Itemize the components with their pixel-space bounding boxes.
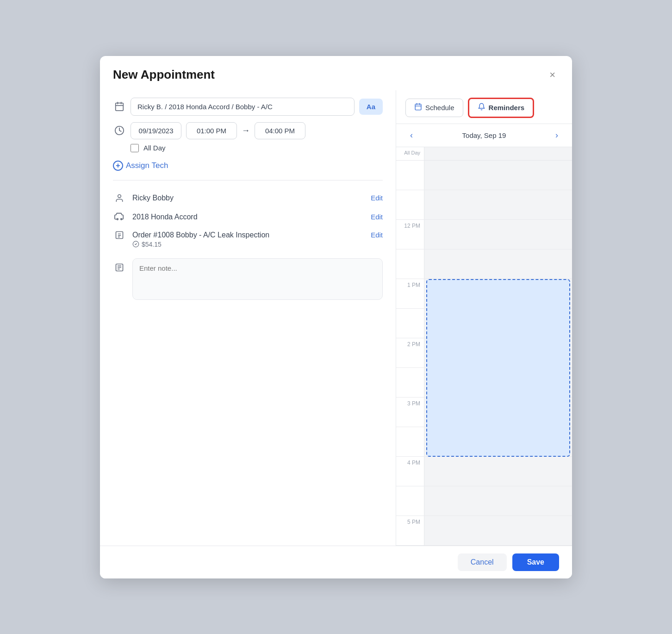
label-2pm: 2 PM — [396, 338, 424, 367]
label-4pm: 4 PM — [396, 457, 424, 486]
customer-info-left: Ricky Bobby — [113, 193, 174, 203]
reminders-tab[interactable]: Reminders — [468, 98, 535, 118]
close-button[interactable]: × — [546, 67, 559, 83]
appointment-block — [426, 279, 570, 457]
order-label: Order #1008 Bobby - A/C Leak Inspection — [132, 231, 269, 239]
time-slot-12pm: 12 PM — [396, 220, 572, 249]
right-panel: Schedule Reminders ‹ Today, Sep 19 — [396, 90, 572, 546]
time-row: 09/19/2023 01:00 PM → 04:00 PM — [113, 122, 383, 139]
modal-title: New Appointment — [113, 68, 215, 82]
customer-row: Ricky Bobby Edit — [113, 189, 383, 207]
person-icon — [113, 193, 126, 203]
label-12pm: 12 PM — [396, 220, 424, 249]
schedule-tab-icon — [414, 103, 422, 113]
start-time-field[interactable]: 01:00 PM — [186, 122, 237, 139]
allday-grid-row: All Day — [396, 147, 572, 161]
vehicle-name: 2018 Honda Accord — [132, 213, 198, 221]
allday-cell — [424, 147, 572, 160]
calendar-grid: All Day — [396, 147, 572, 546]
time-slot-11am — [396, 161, 572, 190]
time-slot-11am-half — [396, 190, 572, 220]
assign-tech-row: + Assign Tech — [113, 161, 383, 171]
left-panel: Aa 09/19/2023 01:00 PM → 04:00 PM — [100, 90, 396, 546]
allday-time-label: All Day — [396, 147, 424, 160]
modal-header: New Appointment × — [100, 56, 572, 90]
modal: New Appointment × Aa — [100, 56, 572, 578]
assign-plus-icon: + — [113, 161, 123, 171]
allday-label: All Day — [143, 144, 166, 152]
schedule-tab[interactable]: Schedule — [405, 99, 463, 117]
allday-row: All Day — [131, 144, 383, 152]
end-time-field[interactable]: 04:00 PM — [255, 122, 305, 139]
allday-checkbox[interactable] — [131, 144, 139, 152]
assign-tech-label: Assign Tech — [126, 161, 168, 170]
prev-day-button[interactable]: ‹ — [405, 129, 417, 142]
time-arrow: → — [242, 126, 250, 136]
aa-button[interactable]: Aa — [359, 99, 383, 115]
vehicle-edit-button[interactable]: Edit — [371, 213, 383, 221]
check-circle-icon — [132, 241, 139, 248]
note-textarea[interactable] — [132, 258, 383, 300]
svg-rect-17 — [415, 104, 421, 110]
vehicle-info-left: 2018 Honda Accord — [113, 212, 198, 222]
svg-rect-0 — [116, 103, 124, 111]
schedule-tab-label: Schedule — [425, 104, 454, 112]
appointment-field-row: Aa — [113, 98, 383, 116]
order-edit-button[interactable]: Edit — [371, 231, 383, 239]
order-info-left: Order #1008 Bobby - A/C Leak Inspection — [113, 230, 269, 240]
time-slot-1pm: 1 PM — [396, 279, 572, 309]
reminders-tab-label: Reminders — [489, 104, 525, 112]
note-icon — [113, 263, 126, 272]
save-button[interactable]: Save — [512, 553, 559, 571]
svg-point-5 — [118, 194, 121, 198]
svg-point-6 — [117, 218, 118, 220]
date-field[interactable]: 09/19/2023 — [131, 122, 181, 139]
reminders-tab-icon — [478, 103, 485, 113]
label-1pm: 1 PM — [396, 279, 424, 308]
appointment-input[interactable] — [131, 98, 355, 116]
calendar-date-label: Today, Sep 19 — [462, 131, 506, 139]
cancel-button[interactable]: Cancel — [458, 553, 507, 571]
order-price: $54.15 — [142, 241, 162, 248]
order-row: Order #1008 Bobby - A/C Leak Inspection … — [113, 227, 383, 252]
label-5pm: 5 PM — [396, 516, 424, 545]
label-3pm: 3 PM — [396, 398, 424, 427]
order-row-top: Order #1008 Bobby - A/C Leak Inspection … — [113, 230, 383, 240]
note-row — [113, 258, 383, 300]
clock-icon — [113, 125, 126, 136]
time-slot-5pm: 5 PM — [396, 516, 572, 546]
calendar-tabs: Schedule Reminders — [396, 90, 572, 124]
assign-tech-button[interactable]: + Assign Tech — [113, 161, 168, 171]
time-rows-container[interactable]: 12 PM 1 PM — [396, 161, 572, 546]
car-icon — [113, 212, 126, 222]
customer-edit-button[interactable]: Edit — [371, 194, 383, 202]
order-icon — [113, 230, 126, 240]
time-slot-4pm: 4 PM — [396, 457, 572, 486]
time-slot-12pm-half — [396, 249, 572, 279]
calendar-nav: ‹ Today, Sep 19 › — [396, 124, 572, 147]
modal-overlay: New Appointment × Aa — [81, 37, 591, 597]
time-slot-4pm-half — [396, 486, 572, 516]
divider — [113, 180, 383, 180]
modal-footer: Cancel Save — [100, 546, 572, 578]
customer-name: Ricky Bobby — [132, 194, 174, 202]
order-price-row: $54.15 — [132, 241, 383, 248]
modal-body: Aa 09/19/2023 01:00 PM → 04:00 PM — [100, 90, 572, 546]
next-day-button[interactable]: › — [551, 129, 563, 142]
calendar-icon — [113, 101, 126, 112]
vehicle-row: 2018 Honda Accord Edit — [113, 207, 383, 227]
